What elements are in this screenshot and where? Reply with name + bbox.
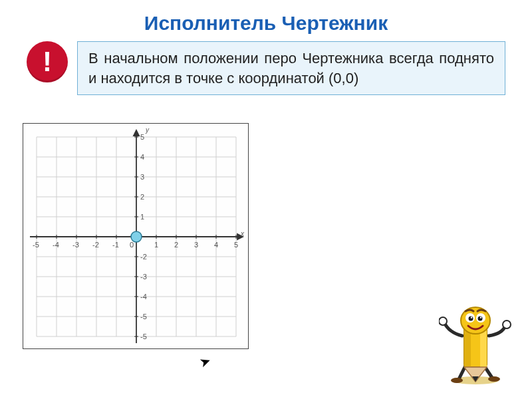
tick-x-neg3: -3: [72, 241, 79, 249]
svg-point-45: [451, 378, 463, 383]
coordinate-grid: y x -5 -4 -3 -2 -1 0 1 2 3 4 5 5 4 3 2 1…: [23, 123, 249, 349]
tick-y-neg2: -2: [140, 253, 147, 261]
svg-point-58: [478, 317, 483, 321]
tick-y-neg4: -4: [140, 293, 147, 301]
tick-x-neg2: -2: [92, 241, 99, 249]
svg-point-59: [471, 317, 472, 318]
pencil-mascot-icon: [439, 299, 512, 386]
tick-x-neg4: -4: [53, 241, 59, 249]
tick-origin: 0: [130, 241, 134, 249]
tick-x-2: 2: [174, 241, 178, 249]
tick-y-2: 2: [140, 193, 144, 201]
grid-svg: [23, 124, 249, 350]
tick-x-4: 4: [214, 241, 218, 249]
x-axis-label: x: [241, 230, 244, 237]
tick-x-neg5: -5: [33, 241, 39, 249]
tick-y-bottom: -5: [140, 332, 147, 340]
tick-y-1: 1: [140, 213, 144, 221]
tick-y-3: 3: [140, 173, 144, 181]
tick-x-neg1: -1: [112, 241, 119, 249]
tick-x-3: 3: [194, 241, 198, 249]
svg-marker-23: [134, 130, 139, 136]
page-title: Исполнитель Чертежник: [0, 0, 532, 41]
cursor-icon: ➤: [197, 352, 213, 371]
svg-point-46: [488, 376, 500, 382]
svg-point-57: [469, 317, 473, 321]
tick-x-5: 5: [234, 241, 238, 249]
tick-y-4: 4: [140, 153, 144, 161]
info-text: В начальном положении перо Чертежника вс…: [77, 41, 505, 95]
tick-y-neg5: -5: [140, 313, 147, 321]
tick-y-neg3: -3: [140, 273, 147, 281]
exclamation-icon: !: [27, 41, 68, 82]
y-axis-label: y: [146, 126, 149, 134]
tick-y-5: 5: [140, 133, 144, 141]
tick-x-1: 1: [154, 241, 158, 249]
svg-point-48: [503, 321, 511, 329]
svg-point-47: [439, 317, 447, 325]
info-row: ! В начальном положении перо Чертежника …: [27, 41, 505, 95]
svg-point-60: [480, 317, 481, 318]
